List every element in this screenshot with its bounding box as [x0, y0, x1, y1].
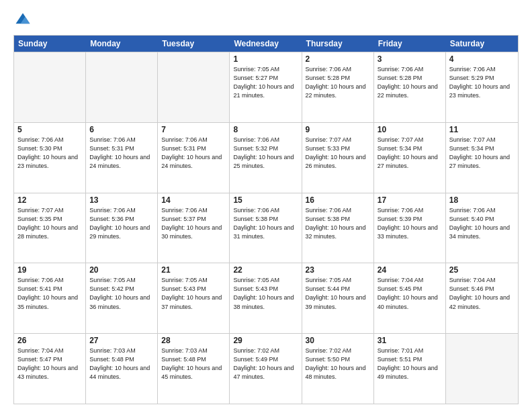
- empty-cell: [446, 334, 518, 404]
- day-number: 10: [378, 125, 442, 134]
- day-number: 21: [161, 265, 226, 275]
- day-cell-16: 16Sunrise: 7:06 AM Sunset: 5:38 PM Dayli…: [302, 193, 374, 263]
- logo-icon: [13, 11, 32, 30]
- day-info: Sunrise: 7:06 AM Sunset: 5:37 PM Dayligh…: [161, 206, 226, 241]
- day-info: Sunrise: 7:07 AM Sunset: 5:34 PM Dayligh…: [449, 136, 515, 171]
- weekday-header-friday: Friday: [374, 36, 446, 52]
- day-cell-17: 17Sunrise: 7:06 AM Sunset: 5:39 PM Dayli…: [374, 193, 446, 263]
- day-info: Sunrise: 7:06 AM Sunset: 5:38 PM Dayligh…: [306, 206, 370, 241]
- day-number: 16: [306, 195, 370, 205]
- day-info: Sunrise: 7:02 AM Sunset: 5:50 PM Dayligh…: [306, 347, 370, 381]
- day-info: Sunrise: 7:03 AM Sunset: 5:48 PM Dayligh…: [89, 347, 154, 381]
- day-info: Sunrise: 7:02 AM Sunset: 5:49 PM Dayligh…: [233, 347, 298, 381]
- day-number: 3: [378, 54, 442, 64]
- weekday-header-wednesday: Wednesday: [230, 36, 302, 52]
- day-cell-11: 11Sunrise: 7:07 AM Sunset: 5:34 PM Dayli…: [446, 123, 518, 193]
- day-number: 19: [17, 265, 82, 275]
- day-cell-4: 4Sunrise: 7:06 AM Sunset: 5:29 PM Daylig…: [446, 52, 518, 122]
- day-number: 6: [89, 125, 154, 134]
- day-info: Sunrise: 7:03 AM Sunset: 5:48 PM Dayligh…: [161, 347, 226, 381]
- empty-cell: [158, 52, 230, 122]
- weekday-header-thursday: Thursday: [302, 36, 374, 52]
- day-info: Sunrise: 7:04 AM Sunset: 5:46 PM Dayligh…: [449, 276, 515, 311]
- calendar: SundayMondayTuesdayWednesdayThursdayFrid…: [13, 35, 519, 404]
- day-number: 12: [17, 195, 82, 205]
- day-info: Sunrise: 7:07 AM Sunset: 5:35 PM Dayligh…: [17, 206, 82, 241]
- day-cell-7: 7Sunrise: 7:06 AM Sunset: 5:31 PM Daylig…: [158, 123, 230, 193]
- day-cell-13: 13Sunrise: 7:06 AM Sunset: 5:36 PM Dayli…: [86, 193, 158, 263]
- day-number: 18: [449, 195, 515, 205]
- weekday-header-sunday: Sunday: [14, 36, 86, 52]
- day-cell-22: 22Sunrise: 7:05 AM Sunset: 5:43 PM Dayli…: [230, 263, 302, 333]
- day-cell-8: 8Sunrise: 7:06 AM Sunset: 5:32 PM Daylig…: [230, 123, 302, 193]
- day-number: 13: [89, 195, 154, 205]
- day-cell-15: 15Sunrise: 7:06 AM Sunset: 5:38 PM Dayli…: [230, 193, 302, 263]
- day-info: Sunrise: 7:06 AM Sunset: 5:40 PM Dayligh…: [449, 206, 515, 241]
- day-info: Sunrise: 7:06 AM Sunset: 5:36 PM Dayligh…: [89, 206, 154, 241]
- calendar-row-2: 5Sunrise: 7:06 AM Sunset: 5:30 PM Daylig…: [14, 122, 518, 193]
- day-number: 22: [233, 265, 298, 275]
- calendar-body: 1Sunrise: 7:05 AM Sunset: 5:27 PM Daylig…: [14, 52, 518, 404]
- day-cell-3: 3Sunrise: 7:06 AM Sunset: 5:28 PM Daylig…: [374, 52, 446, 122]
- day-number: 5: [17, 125, 82, 134]
- day-cell-19: 19Sunrise: 7:06 AM Sunset: 5:41 PM Dayli…: [14, 263, 86, 333]
- day-cell-6: 6Sunrise: 7:06 AM Sunset: 5:31 PM Daylig…: [86, 123, 158, 193]
- calendar-row-5: 26Sunrise: 7:04 AM Sunset: 5:47 PM Dayli…: [14, 333, 518, 404]
- day-cell-26: 26Sunrise: 7:04 AM Sunset: 5:47 PM Dayli…: [14, 334, 86, 404]
- day-cell-18: 18Sunrise: 7:06 AM Sunset: 5:40 PM Dayli…: [446, 193, 518, 263]
- day-number: 30: [306, 336, 370, 345]
- day-number: 8: [233, 125, 298, 134]
- day-cell-9: 9Sunrise: 7:07 AM Sunset: 5:33 PM Daylig…: [302, 123, 374, 193]
- day-cell-30: 30Sunrise: 7:02 AM Sunset: 5:50 PM Dayli…: [302, 334, 374, 404]
- day-cell-14: 14Sunrise: 7:06 AM Sunset: 5:37 PM Dayli…: [158, 193, 230, 263]
- day-info: Sunrise: 7:06 AM Sunset: 5:30 PM Dayligh…: [17, 136, 82, 171]
- day-number: 26: [17, 336, 82, 345]
- day-info: Sunrise: 7:06 AM Sunset: 5:28 PM Dayligh…: [306, 65, 370, 100]
- day-number: 20: [89, 265, 154, 275]
- empty-cell: [86, 52, 158, 122]
- logo: [13, 11, 35, 30]
- day-number: 31: [378, 336, 442, 345]
- day-number: 4: [449, 54, 515, 64]
- day-info: Sunrise: 7:06 AM Sunset: 5:32 PM Dayligh…: [233, 136, 298, 171]
- day-info: Sunrise: 7:06 AM Sunset: 5:28 PM Dayligh…: [378, 65, 442, 100]
- day-info: Sunrise: 7:06 AM Sunset: 5:41 PM Dayligh…: [17, 276, 82, 311]
- day-cell-10: 10Sunrise: 7:07 AM Sunset: 5:34 PM Dayli…: [374, 123, 446, 193]
- calendar-row-3: 12Sunrise: 7:07 AM Sunset: 5:35 PM Dayli…: [14, 193, 518, 263]
- day-number: 27: [89, 336, 154, 345]
- day-cell-21: 21Sunrise: 7:05 AM Sunset: 5:43 PM Dayli…: [158, 263, 230, 333]
- day-number: 24: [378, 265, 442, 275]
- day-cell-23: 23Sunrise: 7:05 AM Sunset: 5:44 PM Dayli…: [302, 263, 374, 333]
- day-info: Sunrise: 7:07 AM Sunset: 5:33 PM Dayligh…: [306, 136, 370, 171]
- day-info: Sunrise: 7:04 AM Sunset: 5:45 PM Dayligh…: [378, 276, 442, 311]
- day-number: 17: [378, 195, 442, 205]
- day-number: 2: [306, 54, 370, 64]
- day-cell-1: 1Sunrise: 7:05 AM Sunset: 5:27 PM Daylig…: [230, 52, 302, 122]
- calendar-row-4: 19Sunrise: 7:06 AM Sunset: 5:41 PM Dayli…: [14, 263, 518, 333]
- weekday-header-tuesday: Tuesday: [158, 36, 230, 52]
- day-cell-5: 5Sunrise: 7:06 AM Sunset: 5:30 PM Daylig…: [14, 123, 86, 193]
- day-cell-12: 12Sunrise: 7:07 AM Sunset: 5:35 PM Dayli…: [14, 193, 86, 263]
- day-number: 25: [449, 265, 515, 275]
- calendar-header: SundayMondayTuesdayWednesdayThursdayFrid…: [14, 36, 518, 52]
- day-cell-31: 31Sunrise: 7:01 AM Sunset: 5:51 PM Dayli…: [374, 334, 446, 404]
- day-cell-27: 27Sunrise: 7:03 AM Sunset: 5:48 PM Dayli…: [86, 334, 158, 404]
- day-info: Sunrise: 7:05 AM Sunset: 5:42 PM Dayligh…: [89, 276, 154, 311]
- day-info: Sunrise: 7:05 AM Sunset: 5:27 PM Dayligh…: [233, 65, 298, 100]
- weekday-header-monday: Monday: [86, 36, 158, 52]
- day-info: Sunrise: 7:01 AM Sunset: 5:51 PM Dayligh…: [378, 347, 442, 381]
- day-number: 15: [233, 195, 298, 205]
- day-number: 23: [306, 265, 370, 275]
- day-number: 9: [306, 125, 370, 134]
- day-info: Sunrise: 7:06 AM Sunset: 5:31 PM Dayligh…: [89, 136, 154, 171]
- day-cell-25: 25Sunrise: 7:04 AM Sunset: 5:46 PM Dayli…: [446, 263, 518, 333]
- day-info: Sunrise: 7:06 AM Sunset: 5:38 PM Dayligh…: [233, 206, 298, 241]
- day-info: Sunrise: 7:06 AM Sunset: 5:39 PM Dayligh…: [378, 206, 442, 241]
- empty-cell: [14, 52, 86, 122]
- day-info: Sunrise: 7:04 AM Sunset: 5:47 PM Dayligh…: [17, 347, 82, 381]
- day-number: 29: [233, 336, 298, 345]
- weekday-header-saturday: Saturday: [446, 36, 518, 52]
- day-info: Sunrise: 7:05 AM Sunset: 5:43 PM Dayligh…: [161, 276, 226, 311]
- day-number: 28: [161, 336, 226, 345]
- day-info: Sunrise: 7:06 AM Sunset: 5:29 PM Dayligh…: [449, 65, 515, 100]
